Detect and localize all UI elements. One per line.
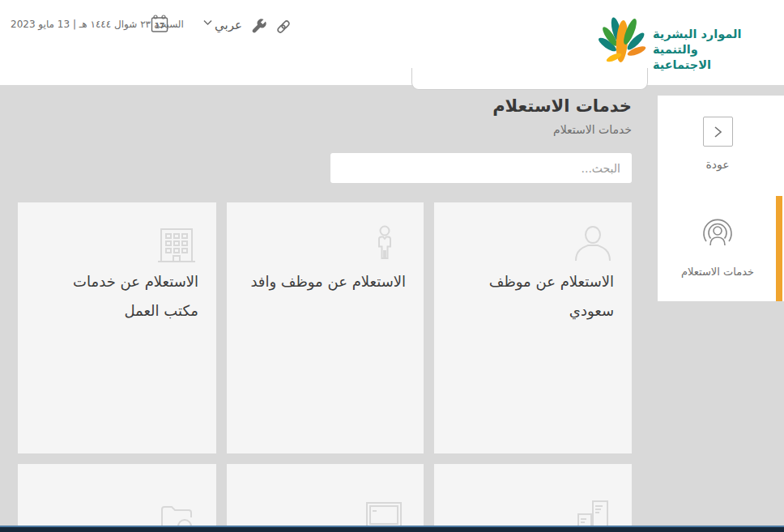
hero-search-remnant	[411, 68, 648, 90]
person-bust-icon	[572, 223, 614, 266]
active-item-indicator	[776, 196, 782, 301]
sidebar-item-inquiry-services[interactable]: خدمات الاستعلام	[658, 211, 778, 278]
broadcast-person-icon	[694, 211, 741, 257]
card-saudi-employee-inquiry[interactable]: الاستعلام عن موظف سعودي	[434, 202, 632, 453]
breadcrumb: خدمات الاستعلام	[18, 123, 632, 136]
calendar-icon: 17	[150, 14, 169, 35]
page: السبت، ٢٣ شوال ١٤٤٤ هـ | 13 مايو 2023 17…	[0, 0, 784, 532]
card-label: الاستعلام عن خدمات مكتب العمل	[36, 267, 198, 326]
side-panel: عودة خدمات الاستعلام	[658, 96, 784, 301]
language-selector[interactable]: عربي	[215, 18, 242, 32]
top-header: السبت، ٢٣ شوال ١٤٤٤ هـ | 13 مايو 2023 17…	[0, 0, 784, 85]
search-input[interactable]	[330, 153, 632, 183]
office-building-icon	[155, 223, 198, 266]
page-title: خدمات الاستعلام	[18, 96, 632, 116]
footer-strip	[0, 526, 784, 532]
logo-line2: والتنمية الاجتماعية	[653, 42, 748, 73]
card-row2-left[interactable]	[18, 464, 216, 532]
standing-person-icon	[364, 223, 406, 266]
back-button[interactable]: عودة	[658, 117, 778, 171]
back-label: عودة	[658, 158, 778, 171]
card-row2-middle[interactable]	[227, 464, 424, 532]
card-row2-right[interactable]	[434, 464, 632, 532]
card-label: الاستعلام عن موظف سعودي	[452, 267, 614, 326]
ministry-logo[interactable]: الموارد البشرية والتنمية الاجتماعية	[590, 15, 748, 73]
card-labor-office-services-inquiry[interactable]: الاستعلام عن خدمات مكتب العمل	[18, 202, 216, 453]
card-expat-employee-inquiry[interactable]: الاستعلام عن موظف وافد	[227, 202, 424, 453]
logo-line1: الموارد البشرية	[653, 27, 748, 42]
card-label: الاستعلام عن موظف وافد	[245, 267, 406, 296]
wrench-icon[interactable]	[249, 16, 269, 36]
calendar-day: 17	[155, 22, 165, 30]
link-icon[interactable]	[275, 18, 292, 36]
ministry-logo-text: الموارد البشرية والتنمية الاجتماعية	[653, 27, 748, 73]
chevron-down-icon	[203, 19, 212, 26]
chevron-right-icon[interactable]	[703, 117, 733, 147]
palm-emblem-icon	[590, 15, 650, 72]
sidebar-item-label: خدمات الاستعلام	[658, 266, 778, 278]
